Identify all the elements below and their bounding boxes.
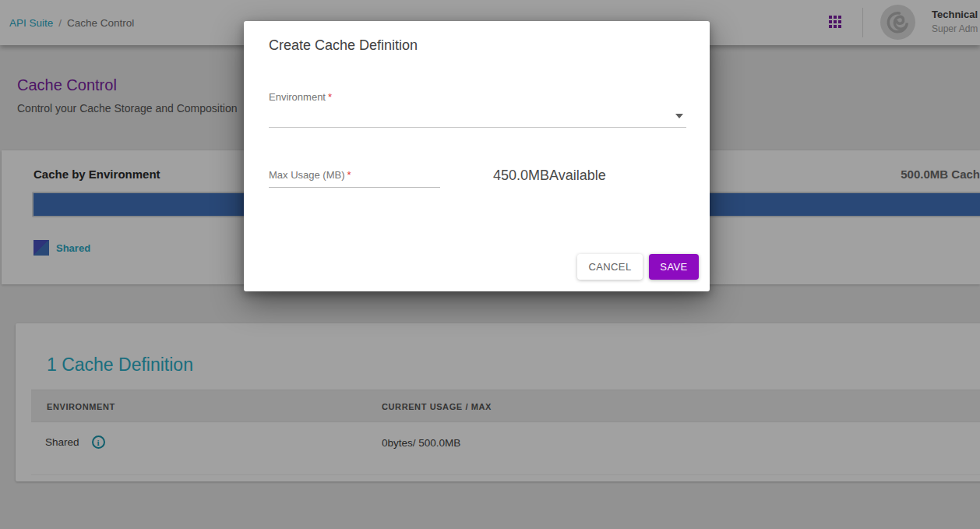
available-value: 450.0MB [493,168,549,183]
create-cache-definition-modal: Create Cache Definition Environment* Max… [244,21,710,291]
environment-field-label: Environment* [269,91,332,103]
save-button[interactable]: SAVE [649,254,699,280]
modal-title: Create Cache Definition [269,37,418,54]
environment-select[interactable] [269,105,686,128]
available-capacity-text: 450.0MBAvailable [493,168,606,184]
available-label: Available [549,168,606,183]
chevron-down-icon [675,114,683,118]
cancel-button[interactable]: CANCEL [577,254,643,280]
required-asterisk: * [328,91,332,103]
max-usage-input[interactable] [269,174,440,188]
